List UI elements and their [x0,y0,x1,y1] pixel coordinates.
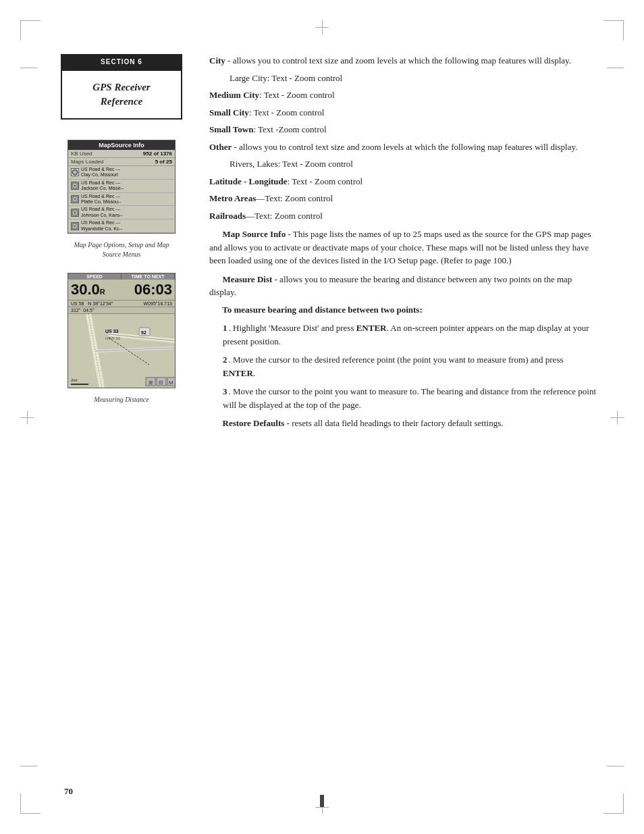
coord-right: W095°18.713 [144,301,173,306]
caption2: Measuring Distance [68,395,176,405]
device1-row1-label: KB Used [71,151,92,157]
city-term: City [209,55,225,66]
crosshair-top [315,20,329,34]
page-number: 70 [64,786,73,797]
list-item-text: US Road & Rec ---Clay Co, Missouri [81,167,120,178]
railroads-desc: —Text: Zoom control [246,211,323,221]
list-item: US Road & Rec ---Wyandotte Co, Kc-- [68,219,175,233]
device1-row2: Maps Loaded 5 of 25 [68,158,175,166]
speed-values: 30.0R 06:03 [68,280,175,300]
mapsource-info-device: MapSource Info KB Used 952 of 1376 Maps … [68,140,176,234]
corner-mark-bl [20,793,41,814]
list-item-icon [71,182,79,190]
lat-long-desc: : Text - Zoom control [288,176,363,186]
list-item-text: US Road & Rec ---Platte Co, Missou-- [81,194,122,205]
restore-entry: Restore Defaults - resets all data field… [209,417,597,430]
medium-city-term: Medium City [209,90,259,100]
list-item: US Road & Rec ---Johnson Co, Kans-- [68,206,175,219]
coord-left: US 58 N 38°12′34″ [71,301,113,306]
side-mark-right-bottom [607,766,624,766]
svg-text:⊞: ⊞ [149,380,153,386]
list-item: US Road & Rec ---Clay Co, Missouri [68,166,175,180]
small-town-desc: : Text -Zoom control [253,124,326,134]
lat-long-term: Latitude - Longitude [209,176,288,186]
map-source-term: Map Source Info [223,229,286,239]
railroads-term: Railroads [209,211,246,221]
list-item: US Road & Rec ---Jackson Co, Misse-- [68,180,175,193]
other-term: Other [209,142,232,152]
lat-long-entry: Latitude - Longitude: Text - Zoom contro… [209,175,597,188]
medium-city-desc: : Text - Zoom control [259,90,335,100]
step-3: 3. Move the cursor to the point you want… [223,385,597,411]
device1-title: MapSource Info [68,140,175,150]
steps-heading: To measure bearing and distance between … [209,303,597,317]
measure-term: Measure Dist [223,274,273,284]
center-bottom-bar [320,795,324,807]
map-source-entry: Map Source Info - This page lists the na… [209,228,597,267]
list-item-text: US Road & Rec ---Wyandotte Co, Kc-- [81,220,122,232]
restore-desc: - resets all data field headings to thei… [284,418,503,428]
coord2-left: 312° 04.5° [71,308,95,313]
device1-row1-value: 952 of 1376 [143,151,172,157]
medium-city-entry: Medium City: Text - Zoom control [209,88,597,102]
crosshair-right [610,411,624,424]
list-item-icon [71,209,79,217]
gps-coords: US 58 N 38°12′34″ W095°18.713 [68,300,175,307]
speed-header-col2: TIME TO NEXT [122,273,175,280]
svg-text:US 33: US 33 [105,329,119,334]
side-mark-left-top [20,68,37,68]
list-item-icon [71,168,79,176]
railroads-entry: Railroads—Text: Zoom control [209,209,597,223]
side-mark-left-bottom [20,766,37,766]
steps-list: 1. Highlight 'Measure Dist' and press EN… [223,321,597,411]
city-entry: City - allows you to control text size a… [209,54,597,68]
rivers-desc: : Text - Zoom control [277,159,353,169]
device1-row2-label: Maps Loaded [71,159,103,165]
page-container: SECTION 6 GPS Receiver Reference MapSour… [0,0,644,834]
measure-entry: Measure Dist - allows you to measure the… [209,273,597,299]
caption1: Map Page Options, Setup and Map Source M… [68,240,176,259]
gps-coords2: 312° 04.5° [68,307,175,313]
small-city-entry: Small City: Text - Zoom control [209,106,597,120]
restore-term: Restore Defaults [223,418,285,428]
step-2: 2. Move the cursor to the desired refere… [223,353,597,380]
rivers-term: Rivers, Lakes [230,159,277,169]
speed-header-col1: SPEED [68,273,122,280]
time-value: 06:03 [132,280,175,300]
corner-mark-tl [20,20,41,41]
device1-row2-value: 5 of 25 [155,159,172,165]
svg-text:M: M [169,380,173,386]
right-column: City - allows you to control text size a… [209,54,597,434]
large-city-desc: : Text - Zoom control [267,73,343,83]
corner-mark-br [603,793,624,814]
left-column: SECTION 6 GPS Receiver Reference MapSour… [47,54,196,434]
list-item-text: US Road & Rec ---Johnson Co, Kans-- [81,207,123,218]
speed-value: 30.0R [68,280,108,300]
gps-title-line1: GPS Receiver [92,82,150,93]
map-area: US 33 HWY 92 92 2mi ⊞ ⊟ M [68,313,175,388]
svg-point-1 [74,171,76,174]
gps-title-line2: Reference [101,96,142,107]
small-town-entry: Small Town: Text -Zoom control [209,123,597,136]
large-city-term: Large City [230,73,267,83]
crosshair-left [20,411,34,424]
section-label: SECTION 6 [61,54,182,70]
svg-text:92: 92 [141,330,146,335]
svg-text:⊟: ⊟ [159,380,163,386]
content-area: SECTION 6 GPS Receiver Reference MapSour… [47,54,597,434]
other-desc: - allows you to control text size and zo… [232,142,577,152]
metro-desc: —Text: Zoom control [256,193,333,203]
list-item-icon [71,222,79,230]
city-desc: - allows you to control text size and zo… [225,55,571,66]
small-city-term: Small City [209,107,249,118]
list-item-text: US Road & Rec ---Jackson Co, Misse-- [81,180,124,192]
other-entry: Other - allows you to control text size … [209,140,597,154]
small-city-desc: : Text - Zoom control [249,107,325,118]
device1-row1: KB Used 952 of 1376 [68,150,175,158]
svg-text:2mi: 2mi [71,378,78,382]
list-item: US Road & Rec ---Platte Co, Missou-- [68,193,175,207]
metro-term: Metro Areas [209,193,256,203]
rivers-entry: Rivers, Lakes: Text - Zoom control [230,157,597,171]
small-town-term: Small Town [209,124,253,134]
step-1: 1. Highlight 'Measure Dist' and press EN… [223,321,597,348]
